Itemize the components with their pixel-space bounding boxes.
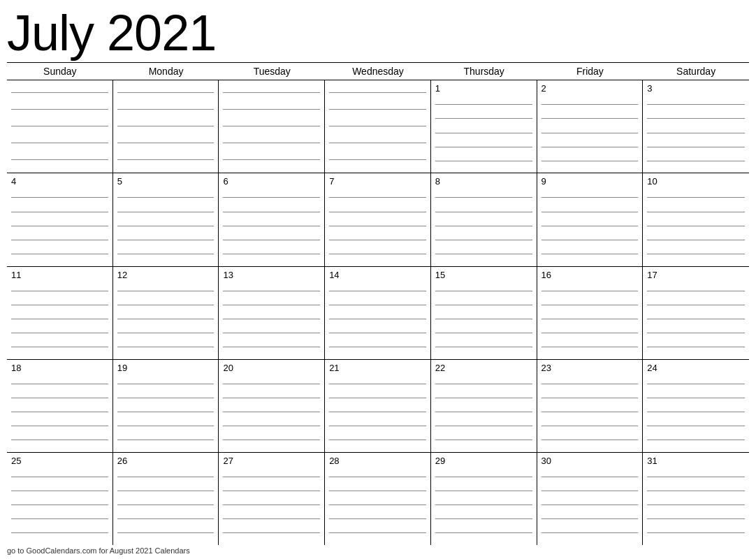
day-cell-15: 15 [431,267,537,359]
day-lines [435,190,532,263]
writing-line [435,147,532,147]
writing-line [435,477,532,477]
writing-line [11,319,108,319]
writing-line [647,384,745,384]
day-cell-20: 20 [219,360,325,452]
writing-line [223,333,320,333]
writing-line [541,532,639,533]
writing-line [435,398,532,398]
writing-line [223,254,320,254]
writing-line [117,109,215,110]
day-number: 27 [223,456,320,467]
writing-line [541,440,639,440]
writing-line [117,532,215,533]
writing-line [647,347,745,347]
writing-line [329,291,426,291]
writing-line [223,504,320,505]
day-number: 4 [11,176,108,187]
day-number: 10 [647,176,745,187]
writing-line [11,477,108,477]
writing-line [647,333,745,333]
writing-line [117,477,215,477]
day-cell-7: 7 [325,173,431,266]
day-lines [223,190,320,263]
writing-line [435,319,532,319]
writing-line [541,504,639,505]
writing-line [647,532,745,533]
writing-line [117,226,215,226]
writing-line [329,518,426,519]
writing-line [541,226,639,226]
writing-line [11,412,108,412]
day-number: 1 [435,83,532,94]
week-row-3: 11121314151617 [7,267,749,360]
writing-line [435,254,532,254]
day-header-monday: Monday [113,63,219,80]
day-cell-27: 27 [219,453,325,545]
day-lines [329,190,426,263]
writing-line [647,254,745,254]
day-cell-5: 5 [113,173,219,266]
writing-line [647,426,745,426]
writing-line [11,347,108,347]
writing-line [329,126,426,126]
writing-line [435,347,532,347]
writing-line [11,240,108,240]
calendar-grid: SundayMondayTuesdayWednesdayThursdayFrid… [7,62,749,545]
day-cell-30: 30 [537,453,644,545]
writing-line [223,518,320,519]
day-lines [647,376,745,449]
writing-line [117,504,215,505]
day-number: 2 [541,83,639,94]
writing-line [329,440,426,440]
week-row-2: 45678910 [7,173,749,266]
week-row-5: 25262728293031 [7,453,749,545]
day-lines [223,283,320,356]
writing-line [541,291,639,291]
writing-line [223,143,320,143]
writing-line [223,109,320,110]
week-row-4: 18192021222324 [7,360,749,453]
writing-line [541,333,639,333]
writing-line [11,159,108,160]
writing-line [11,305,108,305]
day-lines [647,190,745,263]
footer-text: go to GoodCalendars.com for August 2021 … [7,545,749,556]
writing-line [541,518,639,519]
day-lines [435,97,532,170]
writing-line [541,240,639,240]
writing-line [223,126,320,126]
writing-line [435,504,532,505]
writing-line [435,440,532,440]
writing-line [647,291,745,291]
writing-line [11,291,108,291]
day-cell-17: 17 [643,267,749,359]
writing-line [223,440,320,440]
writing-line [117,347,215,347]
writing-line [223,305,320,305]
writing-line [117,491,215,491]
writing-line [11,197,108,198]
writing-line [223,384,320,384]
writing-line [541,104,639,105]
day-lines [223,376,320,449]
day-lines [647,283,745,356]
day-cell-18: 18 [7,360,113,452]
writing-line [11,226,108,226]
day-cell-16: 16 [537,267,644,359]
day-lines [541,283,639,356]
day-number: 25 [11,456,108,467]
day-number: 23 [541,363,639,374]
writing-line [117,319,215,319]
day-cell-22: 22 [431,360,537,452]
day-lines [117,376,215,449]
day-cell-14: 14 [325,267,431,359]
writing-line [223,491,320,491]
writing-line [541,305,639,305]
writing-line [223,92,320,93]
day-number: 22 [435,363,532,374]
writing-line [223,291,320,291]
writing-line [541,133,639,133]
writing-line [647,477,745,477]
day-lines-empty [329,83,426,170]
